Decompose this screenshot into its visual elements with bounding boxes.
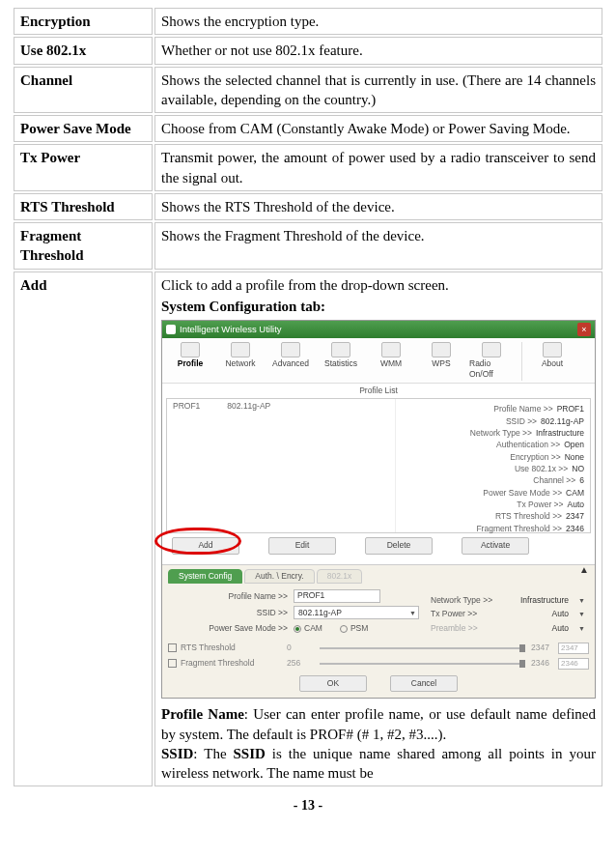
toolbar-radio[interactable]: Radio On/Off [469,342,514,381]
row-label-frag: Fragment Threshold [14,222,153,270]
row-desc-rts: Shows the RTS Threshold of the device. [154,193,602,220]
profile-list-box: PROF1 802.11g-AP Profile Name >>PROF1 SS… [166,398,591,533]
system-config-tab-heading: System Configuration tab: [161,297,596,316]
row-label-use8021x: Use 802.1x [14,37,153,64]
fragment-threshold-label: Fragment Threshold [181,658,287,669]
row-label-add: Add [14,271,153,787]
profile-name-input[interactable]: PROF1 [294,589,380,603]
activate-button[interactable]: Activate [462,537,529,554]
frag-value-box[interactable]: 2346 [558,658,589,670]
main-toolbar: Profile Network Advanced Statistics WMM … [162,338,595,384]
row-label-channel: Channel [14,67,153,114]
profile-name-label: Profile Name >> [168,591,294,602]
toolbar-statistics[interactable]: Statistics [319,342,363,381]
row-desc-channel: Shows the selected channel that is curre… [154,67,602,114]
collapse-arrow-icon[interactable]: ▲ [579,563,589,577]
txpower-select[interactable]: Auto▼ [552,609,585,619]
toolbar-wmm[interactable]: WMM [369,342,413,381]
chevron-down-icon: ▼ [578,624,585,633]
chevron-down-icon: ▼ [578,596,585,605]
power-save-label: Power Save Mode >> [168,623,294,634]
system-config-panel: ▲ System Config Auth. \ Encry. 802.1x Pr… [162,564,595,698]
page-number: - 13 - [12,798,604,814]
rts-slider[interactable] [320,647,525,649]
tab-8021x: 802.1x [317,569,363,584]
profile-name-explain: Profile Name: User can enter profile nam… [161,704,596,744]
row-label-encryption: Encryption [14,8,153,35]
txpower-label: Tx Power >> [431,609,477,619]
row-label-rts: RTS Threshold [14,193,153,220]
profile-list-ssid: 802.11g-AP [227,401,270,530]
radio-psm[interactable] [340,625,348,633]
radio-cam[interactable] [294,625,301,633]
window-titlebar: Intelligent Wireless Utility × [162,321,595,338]
profile-list-name: PROF1 [173,401,200,530]
ok-button[interactable]: OK [299,675,367,692]
profile-details-panel: Profile Name >>PROF1 SSID >>802.11g-AP N… [396,399,590,532]
preamble-select: Auto▼ [552,623,585,634]
toolbar-network[interactable]: Network [218,342,263,381]
network-type-label: Network Type >> [431,595,492,606]
edit-button[interactable]: Edit [268,537,336,554]
row-label-txpower: Tx Power [14,144,153,191]
close-icon[interactable]: × [577,323,591,336]
window-title: Intelligent Wireless Utility [180,324,282,336]
tab-system-config[interactable]: System Config [168,569,242,584]
toolbar-wps[interactable]: WPS [419,342,463,381]
row-desc-use8021x: Whether or not use 802.1x feature. [154,37,602,64]
ssid-label: SSID >> [168,608,294,618]
delete-button[interactable]: Delete [365,537,433,554]
network-type-select[interactable]: Infrastructure▼ [520,595,585,606]
rts-checkbox[interactable] [168,643,177,652]
ssid-select[interactable]: 802.11g-AP▼ [294,606,419,619]
row-desc-frag: Shows the Fragment Threshold of the devi… [154,222,602,270]
app-icon [166,325,176,334]
utility-screenshot: Intelligent Wireless Utility × Profile N… [161,320,596,699]
toolbar-profile[interactable]: Profile [168,342,212,381]
rts-value-box[interactable]: 2347 [558,643,589,654]
row-desc-encryption: Shows the encryption type. [154,8,602,35]
preamble-label: Preamble >> [431,623,478,634]
chevron-down-icon: ▼ [409,609,416,617]
add-intro-text: Click to add a profile from the drop-dow… [161,275,596,295]
toolbar-advanced[interactable]: Advanced [268,342,313,381]
rts-threshold-label: RTS Threshold [181,643,287,653]
tab-auth-encry[interactable]: Auth. \ Encry. [244,569,314,584]
row-desc-powersave: Choose from CAM (Constantly Awake Mode) … [154,115,602,142]
chevron-down-icon: ▼ [578,610,585,618]
add-button[interactable]: Add [172,537,239,554]
profile-list-header: Profile List [166,384,591,398]
frag-slider[interactable] [320,663,525,665]
frag-checkbox[interactable] [168,659,177,668]
row-label-powersave: Power Save Mode [14,115,153,142]
cancel-button[interactable]: Cancel [390,675,458,692]
row-desc-add: Click to add a profile from the drop-dow… [154,271,602,787]
definition-table: Encryption Shows the encryption type. Us… [12,6,604,788]
profile-list-left[interactable]: PROF1 802.11g-AP [167,399,396,532]
row-desc-txpower: Transmit power, the amount of power used… [154,144,602,191]
ssid-explain: SSID: The SSID is the unique name shared… [161,744,596,784]
toolbar-about[interactable]: About [530,342,574,381]
